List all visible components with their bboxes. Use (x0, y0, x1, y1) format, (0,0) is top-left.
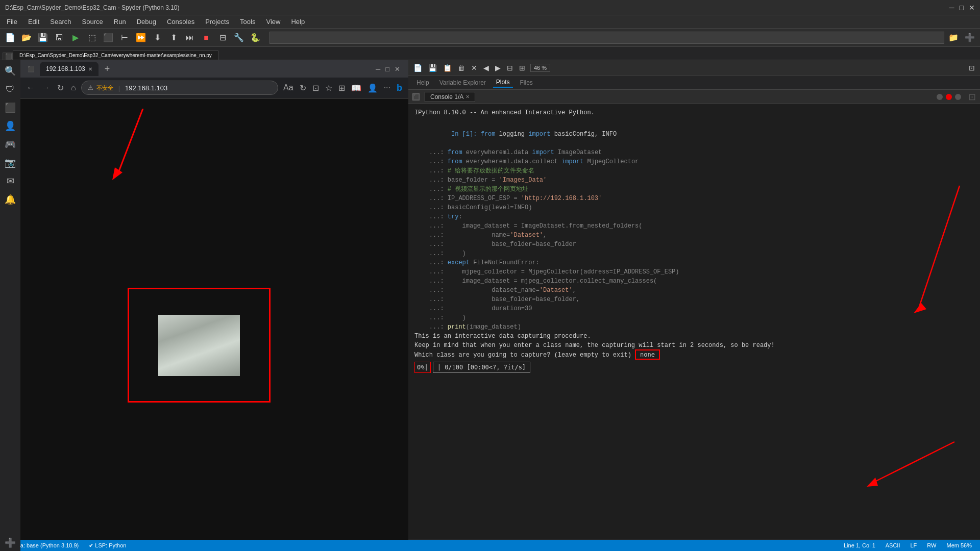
run-cell-button[interactable]: ⬚ (85, 31, 99, 45)
menu-edit[interactable]: Edit (24, 17, 43, 27)
menu-search[interactable]: Search (46, 17, 75, 27)
browser-tab-close-icon[interactable]: ✕ (88, 66, 92, 72)
sidebar-search-icon[interactable]: 🔍 (2, 63, 18, 79)
rt-zoom-in-button[interactable]: ⊞ (517, 63, 527, 73)
sidebar-user-icon[interactable]: 👤 (2, 118, 18, 134)
main-area: 🔍 🛡 ⬛ 👤 🎮 📷 ✉ 🔔 ➕ ⬛ 192.168.1.103 ✕ (0, 60, 980, 551)
browser-maximize-button[interactable]: □ (385, 65, 389, 73)
console-expand-button[interactable]: ⊡ (968, 91, 976, 103)
new-file-button[interactable]: 📄 (3, 31, 17, 45)
reader-button[interactable]: 📖 (349, 81, 363, 95)
expand-icon: ⬛ (3, 53, 13, 60)
continue-button[interactable]: ⏩ (134, 31, 148, 45)
sidebar-plus-icon[interactable]: ➕ (2, 535, 18, 551)
minimize-button[interactable]: ─ (949, 4, 954, 12)
rt-copy-button[interactable]: 📋 (441, 63, 454, 73)
rt-new-button[interactable]: 📄 (411, 63, 424, 73)
rt-zoom-out-button[interactable]: ⊟ (505, 63, 515, 73)
forward-button[interactable]: → (40, 81, 52, 94)
left-panel: 🔍 🛡 ⬛ 👤 🎮 📷 ✉ 🔔 ➕ ⬛ 192.168.1.103 ✕ (0, 60, 408, 551)
rt-expand-button[interactable]: ⊡ (967, 63, 977, 73)
menu-run[interactable]: Run (110, 17, 130, 27)
rt-prev-button[interactable]: ◀ (481, 63, 491, 73)
open-file-button[interactable]: 📂 (19, 31, 34, 45)
browser-close-button[interactable]: ✕ (395, 65, 400, 73)
favorite-button[interactable]: ☆ (323, 81, 334, 95)
cursor-button[interactable]: ⊢ (117, 31, 132, 45)
tab-files[interactable]: Files (517, 78, 536, 87)
python-button[interactable]: 🐍 (248, 31, 262, 45)
save-button[interactable]: 💾 (36, 31, 50, 45)
menu-consoles[interactable]: Consoles (163, 17, 199, 27)
rt-save-button[interactable]: 💾 (426, 63, 439, 73)
step-button[interactable]: ⬇ (150, 31, 164, 45)
step-return-button[interactable]: ⏭ (183, 31, 197, 45)
menu-help[interactable]: Help (287, 17, 309, 27)
add-path-button[interactable]: ➕ (963, 31, 977, 45)
project-path-input[interactable]: D:\Esp_Cam\Spyder_Demo\Esp32_Cam (270, 32, 944, 44)
sidebar-send-icon[interactable]: ✉ (2, 173, 18, 189)
rt-close-button[interactable]: ✕ (469, 63, 479, 73)
back-button[interactable]: ← (24, 81, 37, 94)
more-button[interactable]: ··· (382, 81, 393, 95)
sidebar-extensions-icon[interactable]: ⬛ (2, 99, 18, 116)
browser-tab[interactable]: 192.168.1.103 ✕ (40, 62, 99, 76)
collections-button[interactable]: ⊞ (336, 81, 347, 95)
settings-button[interactable]: 🔧 (232, 31, 246, 45)
tab-variable-explorer[interactable]: Variable Explorer (436, 78, 489, 87)
code-line-10: ...: image_dataset = ImageDataset.from_n… (414, 221, 974, 231)
console-tab[interactable]: Console 1/A ✕ (425, 92, 475, 102)
class-input-answer[interactable]: none (635, 349, 660, 360)
refresh-button[interactable]: ↻ (55, 81, 66, 95)
menu-file[interactable]: File (3, 17, 21, 27)
new-tab-button[interactable]: + (101, 64, 114, 74)
stop-button[interactable]: ■ (199, 31, 213, 45)
code-line-8: ...: basicConfig(level=INFO) (414, 203, 974, 212)
menu-view[interactable]: View (262, 17, 284, 27)
sidebar-games-icon[interactable]: 🎮 (2, 136, 18, 153)
browser-tab-label: 192.168.1.103 (46, 65, 85, 72)
menu-tools[interactable]: Tools (236, 17, 259, 27)
rt-delete-button[interactable]: 🗑 (456, 63, 467, 73)
svg-marker-5 (867, 478, 878, 487)
code-line-14: ...: except FileNotFoundError: (414, 258, 974, 267)
menu-source[interactable]: Source (78, 17, 107, 27)
svg-line-0 (117, 109, 143, 175)
sidebar-shield-icon[interactable]: 🛡 (2, 81, 18, 97)
step-over-button[interactable]: ⬆ (166, 31, 181, 45)
editor-tab[interactable]: D:\Esp_Cam\Spyder_Demo\Esp32_Cam\everywh… (13, 51, 218, 60)
bing-button[interactable]: b (395, 81, 404, 95)
browser-chrome: ⬛ 192.168.1.103 ✕ + ─ □ ✕ ← (20, 60, 408, 98)
layout-button[interactable]: ⊟ (215, 31, 230, 45)
code-line-6: ...: # 视频流显示的那个网页地址 (414, 185, 974, 194)
console-tab-close-icon[interactable]: ✕ (465, 94, 470, 99)
tab-help[interactable]: Help (413, 78, 432, 87)
run-cell-advance-button[interactable]: ⬛ (101, 31, 115, 45)
browse-path-button[interactable]: 📁 (946, 31, 961, 45)
encoding-status: ASCII (883, 542, 903, 548)
code-line-16: ...: image_dataset = mjpeg_collector.col… (414, 277, 974, 286)
split-button[interactable]: ⊡ (310, 81, 321, 95)
save-all-button[interactable]: 🖫 (52, 31, 66, 45)
mem-status: Mem 56% (943, 542, 975, 548)
home-button[interactable]: ⌂ (69, 81, 78, 94)
rt-next-button[interactable]: ▶ (493, 63, 503, 73)
bottom-red-arrow-annotation (832, 437, 960, 498)
code-line-1: In [1]: from logging import basicConfig,… (414, 120, 974, 148)
browser-minimize-button[interactable]: ─ (376, 65, 380, 73)
close-button[interactable]: ✕ (969, 4, 975, 12)
run-button[interactable]: ▶ (68, 31, 83, 45)
console-area: ⬛ Console 1/A ✕ ⊡ IPython 8.10.0 -- An e… (408, 90, 980, 551)
maximize-button[interactable]: □ (960, 4, 964, 12)
profile-button[interactable]: 👤 (365, 81, 380, 95)
sidebar-camera-icon[interactable]: 📷 (2, 155, 18, 171)
refresh-page-button[interactable]: ↻ (298, 81, 308, 95)
tab-plots[interactable]: Plots (493, 78, 513, 88)
read-mode-button[interactable]: Aa (281, 81, 296, 95)
menu-debug[interactable]: Debug (133, 17, 160, 27)
sidebar-notifications-icon[interactable]: 🔔 (2, 191, 18, 208)
menu-projects[interactable]: Projects (201, 17, 233, 27)
browser-window: ⬛ 192.168.1.103 ✕ + ─ □ ✕ ← (20, 60, 408, 551)
right-panel: 📄 💾 📋 🗑 ✕ ◀ ▶ ⊟ ⊞ 46 % ⊡ Help Variable E… (408, 60, 980, 551)
address-bar[interactable]: ⚠ 不安全 | 192.168.1.103 (81, 81, 278, 95)
